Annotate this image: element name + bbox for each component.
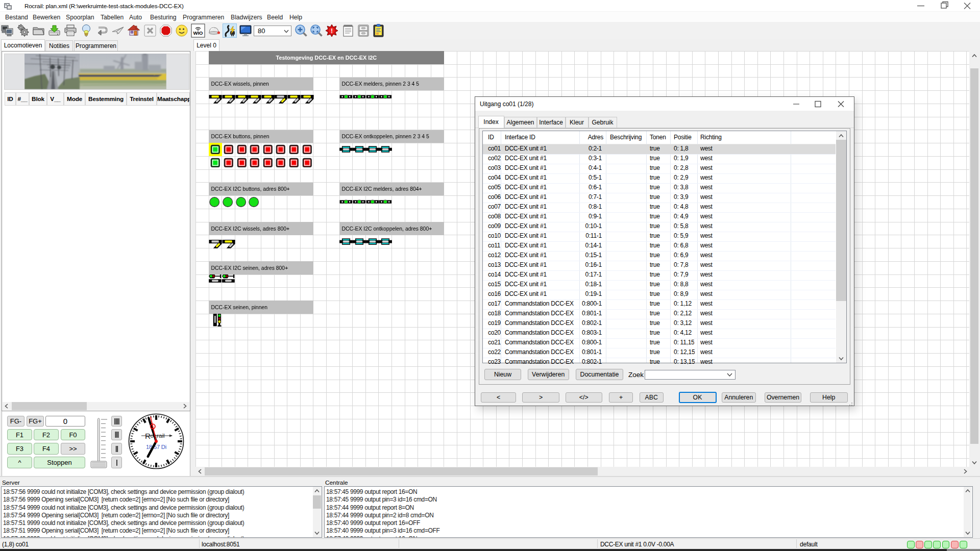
svg-text:WIO: WIO [193,30,203,36]
svg-text:!: ! [331,28,333,35]
svg-text:18:57 Di: 18:57 Di [145,443,166,449]
